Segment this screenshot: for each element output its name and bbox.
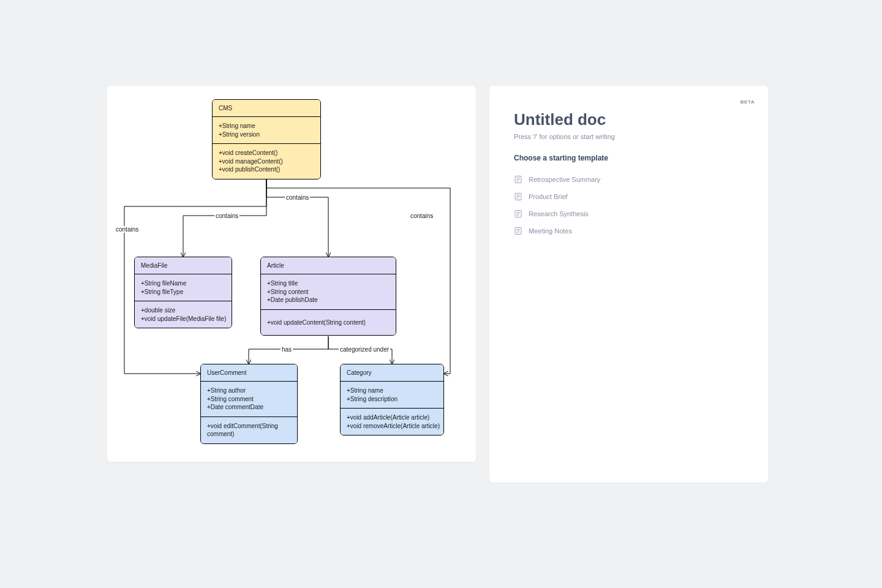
link-label-contains-4: contains <box>409 213 434 219</box>
link-label-has: has <box>281 346 293 353</box>
class-name: UserComment <box>201 364 297 382</box>
class-methods: +void addArticle(Article article) +void … <box>341 409 443 435</box>
template-label: Research Synthesis <box>529 210 589 217</box>
document-title[interactable]: Untitled doc <box>514 110 744 129</box>
template-heading: Choose a starting template <box>514 154 744 162</box>
link-label-contains-3: contains <box>115 226 140 233</box>
class-methods: +void createContent() +void manageConten… <box>213 144 320 179</box>
class-name: Article <box>261 257 396 274</box>
class-methods: +void editComment(String comment) <box>201 417 297 443</box>
document-icon <box>514 209 522 218</box>
template-list: Retrospective Summary Product Brief Rese… <box>514 171 744 239</box>
link-label-categorized-under: categorized under <box>339 346 390 353</box>
class-box-mediafile[interactable]: MediaFile +String fileName +String fileT… <box>134 257 232 328</box>
class-attributes: +String fileName +String fileType <box>135 274 232 301</box>
beta-badge: BETA <box>741 99 755 105</box>
template-label: Retrospective Summary <box>529 176 600 183</box>
class-box-article[interactable]: Article +String title +String content +D… <box>260 257 396 336</box>
class-attributes: +String title +String content +Date publ… <box>261 274 396 310</box>
link-label-contains-1: contains <box>285 194 310 201</box>
template-label: Meeting Notes <box>529 227 572 235</box>
class-attributes: +String author +String comment +Date com… <box>201 382 297 417</box>
class-box-usercomment[interactable]: UserComment +String author +String comme… <box>200 364 298 444</box>
class-name: CMS <box>213 100 320 117</box>
template-item-research-synthesis[interactable]: Research Synthesis <box>514 205 744 222</box>
template-item-meeting-notes[interactable]: Meeting Notes <box>514 222 744 239</box>
class-methods: +double size +void updateFile(MediaFile … <box>135 301 232 328</box>
document-icon <box>514 175 522 184</box>
template-item-product-brief[interactable]: Product Brief <box>514 188 744 205</box>
class-methods: +void updateContent(String content) <box>261 310 396 336</box>
document-hint: Press '/' for options or start writing <box>514 133 744 140</box>
document-icon <box>514 192 522 201</box>
class-box-cms[interactable]: CMS +String name +String version +void c… <box>212 99 321 179</box>
class-name: MediaFile <box>135 257 232 274</box>
template-item-retrospective[interactable]: Retrospective Summary <box>514 171 744 188</box>
class-box-category[interactable]: Category +String name +String descriptio… <box>340 364 444 435</box>
class-name: Category <box>341 364 443 382</box>
document-icon <box>514 227 522 235</box>
template-label: Product Brief <box>529 193 568 200</box>
class-attributes: +String name +String version <box>213 117 320 144</box>
link-label-contains-2: contains <box>214 213 239 219</box>
document-panel: BETA Untitled doc Press '/' for options … <box>489 86 768 483</box>
diagram-panel: contains contains contains contains has … <box>107 86 476 462</box>
class-attributes: +String name +String description <box>341 382 443 409</box>
